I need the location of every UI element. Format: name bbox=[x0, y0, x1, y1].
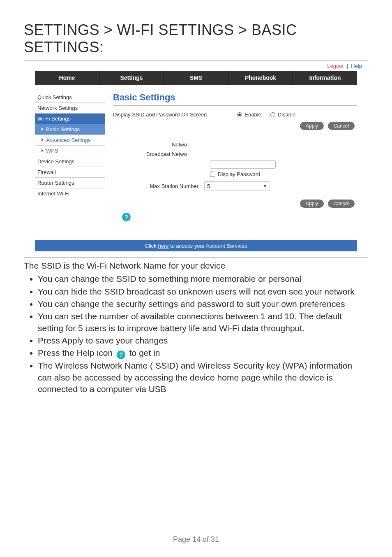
display-ssid-label: Display SSID and Password On Screen bbox=[113, 111, 207, 118]
sidebar-item-router-settings[interactable]: Router Settings bbox=[35, 178, 105, 188]
sidebar-item-network-settings[interactable]: Network Settings bbox=[35, 103, 105, 114]
cancel-button[interactable]: Cancel bbox=[328, 122, 355, 130]
help-icon-row: ? bbox=[113, 208, 357, 221]
list-item: You can change the security settings and… bbox=[38, 298, 368, 310]
list-item: You can hide the SSID broadcast so unkno… bbox=[38, 286, 368, 297]
max-station-row: Max Station Number 5 ▼ bbox=[113, 181, 357, 190]
explain-intro: The SSID is the Wi-Fi Network Name for y… bbox=[24, 260, 368, 272]
chevron-right-icon bbox=[42, 138, 44, 142]
chevron-right-icon bbox=[42, 128, 44, 131]
chevron-right-icon bbox=[42, 149, 44, 152]
max-station-label: Max Station Number bbox=[113, 183, 204, 189]
tab-sms[interactable]: SMS bbox=[164, 71, 228, 85]
sidebar-item-quick-settings[interactable]: Quick Settings bbox=[35, 92, 105, 103]
footer-here-link[interactable]: here bbox=[158, 243, 168, 249]
password-input[interactable] bbox=[210, 160, 276, 169]
help-icon: ? bbox=[117, 350, 125, 359]
list-item: You can change the SSID to something mor… bbox=[38, 273, 368, 285]
list-item: Press Apply to save your changes bbox=[38, 335, 368, 346]
display-password-row: Display Password bbox=[113, 171, 357, 177]
display-ssid-radio-group: Enable Disable bbox=[237, 111, 295, 118]
radio-disable[interactable] bbox=[270, 112, 275, 117]
page-number: Page 14 of 31 bbox=[0, 535, 392, 544]
separator bbox=[347, 64, 348, 69]
main-pane: Basic Settings Display SSID and Password… bbox=[105, 92, 357, 228]
radio-disable-label: Disable bbox=[278, 111, 295, 118]
footer-bar: Click here to access your Account Servic… bbox=[35, 240, 357, 251]
nav-label: WPS bbox=[46, 148, 58, 154]
sidebar-item-device-settings[interactable]: Device Settings bbox=[35, 156, 105, 167]
settings-sidebar: Quick Settings Network Settings Wi-Fi Se… bbox=[35, 92, 105, 228]
li6-suffix: to get in bbox=[129, 348, 160, 357]
panel-title: Basic Settings bbox=[113, 92, 357, 106]
help-icon[interactable]: ? bbox=[122, 213, 131, 221]
page-heading: SETTINGS > WI-FI SETTINGS > BASIC SETTIN… bbox=[24, 21, 368, 56]
tab-bar: Home Settings SMS Phonebook Information bbox=[35, 71, 357, 85]
list-item: You can set the number of available conn… bbox=[38, 311, 368, 334]
router-ui-frame: Logout Help Home Settings SMS Phonebook … bbox=[24, 60, 368, 258]
display-password-label: Display Password bbox=[218, 171, 260, 177]
sidebar-item-wifi-settings[interactable]: Wi-Fi Settings bbox=[35, 114, 105, 124]
broadcast-network-label-truncated: Broadcast Netwo bbox=[113, 149, 187, 159]
max-station-select[interactable]: 5 ▼ bbox=[204, 181, 270, 190]
help-link[interactable]: Help bbox=[351, 63, 362, 69]
tab-home[interactable]: Home bbox=[35, 71, 99, 85]
network-name-label-truncated: Netwo bbox=[113, 140, 187, 149]
explanatory-text: The SSID is the Wi-Fi Network Name for y… bbox=[24, 260, 368, 395]
li6-prefix: Press the Help icon bbox=[38, 348, 115, 357]
footer-suffix: to access your Account Services bbox=[169, 243, 247, 249]
top-links: Logout Help bbox=[24, 62, 368, 71]
sidebar-item-firewall[interactable]: Firewall bbox=[35, 167, 105, 178]
logout-link[interactable]: Logout bbox=[327, 63, 344, 69]
cancel-button[interactable]: Cancel bbox=[328, 200, 355, 208]
footer-prefix: Click bbox=[145, 243, 158, 249]
nav-label: Basic Settings bbox=[46, 126, 80, 132]
list-item: Press the Help icon ? to get in bbox=[38, 347, 368, 359]
display-password-checkbox[interactable] bbox=[210, 172, 215, 177]
sidebar-item-basic-settings[interactable]: Basic Settings bbox=[35, 124, 105, 135]
sidebar-item-internet-wifi[interactable]: Internet Wi-Fi bbox=[35, 188, 105, 199]
display-ssid-row: Display SSID and Password On Screen Enab… bbox=[113, 111, 357, 118]
nav-label: Advanced Settings bbox=[46, 137, 90, 143]
tab-settings[interactable]: Settings bbox=[99, 71, 164, 85]
sidebar-item-advanced-settings[interactable]: Advanced Settings bbox=[35, 135, 105, 146]
apply-button[interactable]: Apply bbox=[300, 200, 324, 208]
password-row bbox=[113, 160, 357, 169]
truncated-labels: Netwo Broadcast Netwo bbox=[113, 140, 187, 159]
max-station-value: 5 bbox=[207, 183, 210, 189]
apply-button[interactable]: Apply bbox=[300, 122, 324, 130]
tab-information[interactable]: Information bbox=[293, 71, 357, 85]
button-row-1: Apply Cancel bbox=[113, 122, 355, 130]
radio-enable-label: Enable bbox=[244, 111, 261, 118]
button-row-2: Apply Cancel bbox=[113, 200, 355, 208]
radio-enable[interactable] bbox=[237, 112, 242, 117]
list-item: The Wireless Network Name ( SSID) and Wi… bbox=[38, 360, 368, 395]
tab-phonebook[interactable]: Phonebook bbox=[228, 71, 293, 85]
chevron-down-icon: ▼ bbox=[263, 184, 267, 188]
sidebar-item-wps[interactable]: WPS bbox=[35, 146, 105, 156]
